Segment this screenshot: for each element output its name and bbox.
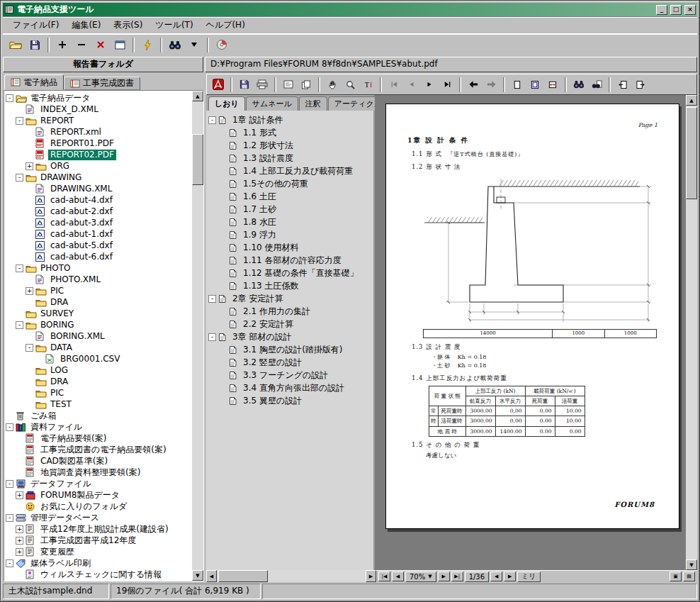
tab-kouji-kansei-tosho[interactable]: 工事完成図書 [64, 77, 140, 90]
tree-toggle-icon[interactable]: - [16, 174, 23, 182]
view-option2-icon[interactable]: ▤ [683, 572, 695, 581]
tree-toggle-icon[interactable]: - [16, 264, 23, 272]
find-button[interactable] [166, 36, 184, 54]
bookmark-item[interactable]: 3.2 竪壁の設計 [208, 356, 373, 369]
bookmark-item[interactable]: 1.6 土圧 [208, 190, 373, 203]
bookmarks-hscroll[interactable]: ◀ ▶ [206, 570, 376, 582]
media-button[interactable] [213, 36, 231, 54]
tree-item[interactable]: BRG0001.CSV [6, 353, 192, 364]
bookmark-item[interactable]: 1.7 土砂 [208, 203, 373, 216]
tree-item[interactable]: cad-abut-3.dxf [6, 217, 192, 228]
nav-first-button[interactable] [385, 77, 402, 93]
bookmark-item[interactable]: -1章 設計条件 [208, 113, 373, 126]
tree-item[interactable]: -BORING [6, 319, 192, 330]
tree-item[interactable]: LOG [6, 364, 192, 376]
view-width-button[interactable] [544, 77, 561, 93]
tree-item[interactable]: -媒体ラベル印刷 [6, 557, 192, 569]
tree-item[interactable]: -資料ファイル [6, 421, 192, 433]
nav-last-button[interactable] [439, 77, 456, 93]
page-viewport[interactable]: Page 1 1章 設 計 条 件 1.1 形 式 『逆T式橋台 (直接基礎)』… [375, 95, 686, 570]
doc-right-button[interactable] [632, 77, 649, 93]
bookmark-item[interactable]: 1.5その他の荷重 [208, 177, 373, 190]
tree-item[interactable]: -PHOTO [6, 262, 192, 274]
tree-toggle-icon[interactable]: - [6, 94, 13, 102]
tree-toggle-icon[interactable]: + [16, 525, 23, 533]
tree-item[interactable]: DRA [6, 296, 192, 308]
tree-item[interactable]: お気に入りのフォルダ [6, 501, 192, 512]
save2-button[interactable] [236, 77, 253, 93]
scroll-left-icon[interactable]: ◀ [206, 570, 217, 582]
doc-left-button[interactable] [614, 77, 631, 93]
run-button[interactable] [138, 36, 157, 54]
go-forward-button[interactable] [482, 77, 499, 93]
tree-toggle-icon[interactable]: - [6, 480, 13, 488]
tab-bookmarks[interactable]: しおり [208, 96, 245, 111]
tree-item[interactable]: +変更履歴 [6, 546, 192, 557]
bookmark-item[interactable]: 1.12 基礎の条件「直接基礎」 [208, 267, 373, 279]
nav-prev-button[interactable] [403, 77, 420, 93]
tree-item[interactable]: +PIC [6, 285, 192, 296]
tab-thumbnails[interactable]: サムネール [246, 96, 298, 111]
scroll-right-icon[interactable]: ▶ [366, 570, 376, 582]
scroll-up-icon[interactable]: ▲ [686, 95, 697, 106]
tree-item[interactable]: +ORG [6, 160, 192, 172]
form-button[interactable] [280, 77, 297, 93]
menu-help[interactable]: ヘルプ(H) [201, 18, 251, 33]
tree-toggle-icon[interactable]: + [16, 548, 23, 556]
bookmark-item[interactable]: 1.3 設計震度 [208, 152, 373, 165]
last-page-button[interactable]: ▶| [451, 572, 463, 581]
tree-toggle-icon[interactable]: + [26, 162, 33, 170]
bookmark-item[interactable]: 1.4 上部工反力及び載荷荷重 [208, 165, 373, 177]
scroll-down-icon[interactable]: ▼ [192, 570, 203, 581]
tree-item[interactable]: -DATA [6, 342, 192, 353]
tree-item[interactable]: CAD製図基準(案) [6, 455, 192, 467]
tree-toggle-icon[interactable]: - [16, 321, 23, 329]
bookmark-toggle-icon[interactable]: - [208, 295, 216, 303]
tree-item[interactable]: cad-abut-1.dxf [6, 228, 192, 240]
page-vscroll[interactable]: ▲ ▼ [686, 95, 697, 570]
tree-item[interactable]: DRAWING.XML [6, 183, 192, 194]
view-actual-button[interactable] [509, 77, 526, 93]
tree-item[interactable]: REPORT.xml [6, 126, 192, 138]
unit-indicator[interactable]: ミリ [517, 572, 540, 582]
tree-item[interactable]: cad-abut-6.dxf [6, 251, 192, 262]
add-button[interactable] [53, 36, 72, 54]
bookmark-toggle-icon[interactable]: - [208, 116, 216, 124]
find2-button[interactable] [570, 77, 587, 93]
menu-tools[interactable]: ツール(T) [149, 18, 198, 33]
tree-toggle-icon[interactable]: - [6, 514, 13, 522]
tree-toggle-icon[interactable]: + [26, 287, 33, 295]
properties-button[interactable] [111, 36, 129, 54]
tree-item[interactable]: 工事完成図書の電子納品要領(案) [6, 444, 192, 455]
tree-item[interactable]: -データファイル [6, 478, 192, 489]
bookmark-item[interactable]: 2.2 安定計算 [208, 318, 373, 330]
tree-toggle-icon[interactable]: - [16, 117, 23, 125]
delete-button[interactable] [91, 36, 110, 54]
menu-view[interactable]: 表示(S) [108, 18, 148, 33]
tree-item[interactable]: DRA [6, 376, 192, 387]
first-page-button[interactable]: |◀ [378, 572, 390, 581]
tree-toggle-icon[interactable]: - [26, 344, 33, 352]
maximize-button[interactable]: □ [670, 5, 682, 15]
go-back-button[interactable] [465, 77, 482, 93]
tree-item[interactable]: SURVEY [6, 308, 192, 319]
bookmark-item[interactable]: 1.1 形式 [208, 126, 373, 139]
tree-item[interactable]: REPORT01.PDF [6, 138, 192, 149]
menu-edit[interactable]: 編集(E) [66, 18, 106, 33]
tree-item[interactable]: -管理データベース [6, 512, 192, 523]
menu-file[interactable]: ファイル(F) [7, 18, 64, 33]
close-button[interactable]: × [684, 5, 696, 15]
title-bar[interactable]: 電子納品支援ツール _ □ × [3, 3, 697, 16]
bookmark-item[interactable]: 1.13 土圧係数 [208, 279, 373, 292]
print-button[interactable] [254, 77, 271, 93]
bookmark-item[interactable]: 1.9 浮力 [208, 228, 373, 241]
bookmark-item[interactable]: 3.4 直角方向張出部の設計 [208, 381, 373, 394]
minimize-button[interactable]: _ [656, 5, 667, 15]
prev-page-button[interactable]: ◀ [392, 572, 404, 581]
nav-next-button[interactable] [421, 77, 438, 93]
view-fit-button[interactable] [526, 77, 543, 93]
tree-item[interactable]: +FORUM8製品データ [6, 489, 192, 501]
save-button[interactable] [26, 36, 44, 54]
scrollbar-thumb[interactable] [218, 570, 268, 582]
tree-item[interactable]: +平成12年度上期設計成果(建設省) [6, 523, 192, 535]
